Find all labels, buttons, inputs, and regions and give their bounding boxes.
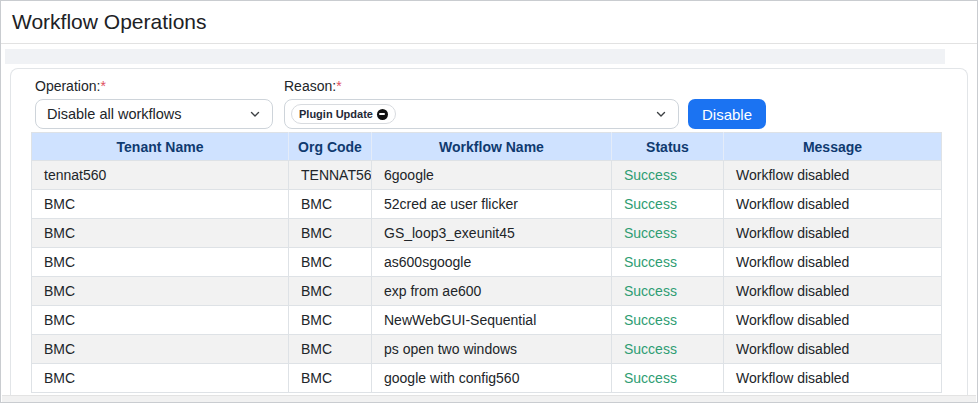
column-header-org-code: Org Code (289, 133, 372, 161)
column-header-status: Status (612, 133, 724, 161)
table-row: BMC BMC exp from ae600 Success Workflow … (32, 277, 942, 306)
operation-select-value: Disable all workflows (47, 106, 182, 122)
workflow-name-cell: google with config560 (372, 364, 612, 393)
disable-button[interactable]: Disable (688, 99, 766, 129)
reason-label: Reason:* (284, 78, 679, 94)
reason-select[interactable]: Plugin Update (284, 99, 679, 129)
operations-card: Operation:* Disable all workflows Reason… (10, 68, 968, 398)
operation-field-group: Operation:* Disable all workflows (35, 78, 273, 129)
reason-label-text: Reason: (284, 78, 336, 94)
bottom-scroll-track[interactable] (2, 395, 976, 402)
workflow-name-cell: as600sgoogle (372, 248, 612, 277)
table-body: tennat560 TENNAT560 6google Success Work… (32, 161, 942, 393)
message-cell: Workflow disabled (724, 219, 942, 248)
column-header-tenant-name: Tenant Name (32, 133, 289, 161)
tenant-name-cell: tennat560 (32, 161, 289, 190)
workflow-operations-page: Workflow Operations Operation:* Disable … (0, 0, 978, 403)
message-cell: Workflow disabled (724, 335, 942, 364)
message-cell: Workflow disabled (724, 277, 942, 306)
table-row: BMC BMC GS_loop3_exeunit45 Success Workf… (32, 219, 942, 248)
tenant-name-cell: BMC (32, 306, 289, 335)
table-row: BMC BMC ps open two windows Success Work… (32, 335, 942, 364)
message-cell: Workflow disabled (724, 364, 942, 393)
results-table: Tenant Name Org Code Workflow Name Statu… (31, 132, 942, 393)
operation-label-text: Operation: (35, 78, 100, 94)
status-cell: Success (612, 277, 724, 306)
operation-select[interactable]: Disable all workflows (35, 99, 273, 129)
org-code-cell: BMC (289, 190, 372, 219)
message-cell: Workflow disabled (724, 306, 942, 335)
org-code-cell: BMC (289, 364, 372, 393)
status-cell: Success (612, 219, 724, 248)
reason-chip-label: Plugin Update (299, 108, 373, 120)
status-cell: Success (612, 306, 724, 335)
workflow-name-cell: NewWebGUI-Sequential (372, 306, 612, 335)
operation-label: Operation:* (35, 78, 273, 94)
tenant-name-cell: BMC (32, 248, 289, 277)
tenant-name-cell: BMC (32, 190, 289, 219)
tenant-name-cell: BMC (32, 277, 289, 306)
workflow-name-cell: 52cred ae user flicker (372, 190, 612, 219)
status-cell: Success (612, 335, 724, 364)
org-code-cell: BMC (289, 335, 372, 364)
table-row: BMC BMC google with config560 Success Wo… (32, 364, 942, 393)
message-cell: Workflow disabled (724, 248, 942, 277)
chevron-down-icon (249, 108, 261, 120)
status-cell: Success (612, 190, 724, 219)
remove-chip-icon[interactable] (377, 109, 388, 120)
workflow-name-cell: ps open two windows (372, 335, 612, 364)
org-code-cell: BMC (289, 248, 372, 277)
operation-required-mark: * (100, 78, 105, 94)
status-cell: Success (612, 161, 724, 190)
column-header-workflow-name: Workflow Name (372, 133, 612, 161)
table-row: BMC BMC NewWebGUI-Sequential Success Wor… (32, 306, 942, 335)
page-title: Workflow Operations (12, 10, 207, 34)
workflow-name-cell: exp from ae600 (372, 277, 612, 306)
title-bar: Workflow Operations (1, 1, 977, 44)
reason-field-group: Reason:* Plugin Update (284, 78, 679, 129)
tenant-name-cell: BMC (32, 335, 289, 364)
table-row: tennat560 TENNAT560 6google Success Work… (32, 161, 942, 190)
org-code-cell: BMC (289, 306, 372, 335)
subheader-band (5, 49, 945, 64)
tenant-name-cell: BMC (32, 219, 289, 248)
table-row: BMC BMC 52cred ae user flicker Success W… (32, 190, 942, 219)
message-cell: Workflow disabled (724, 190, 942, 219)
reason-chip: Plugin Update (291, 104, 396, 124)
workflow-name-cell: 6google (372, 161, 612, 190)
status-cell: Success (612, 248, 724, 277)
column-header-message: Message (724, 133, 942, 161)
operation-form: Operation:* Disable all workflows Reason… (35, 78, 967, 129)
message-cell: Workflow disabled (724, 161, 942, 190)
org-code-cell: TENNAT560 (289, 161, 372, 190)
org-code-cell: BMC (289, 219, 372, 248)
org-code-cell: BMC (289, 277, 372, 306)
status-cell: Success (612, 364, 724, 393)
workflow-name-cell: GS_loop3_exeunit45 (372, 219, 612, 248)
reason-required-mark: * (336, 78, 341, 94)
table-row: BMC BMC as600sgoogle Success Workflow di… (32, 248, 942, 277)
chevron-down-icon (655, 108, 667, 120)
table-header: Tenant Name Org Code Workflow Name Statu… (32, 133, 942, 161)
tenant-name-cell: BMC (32, 364, 289, 393)
